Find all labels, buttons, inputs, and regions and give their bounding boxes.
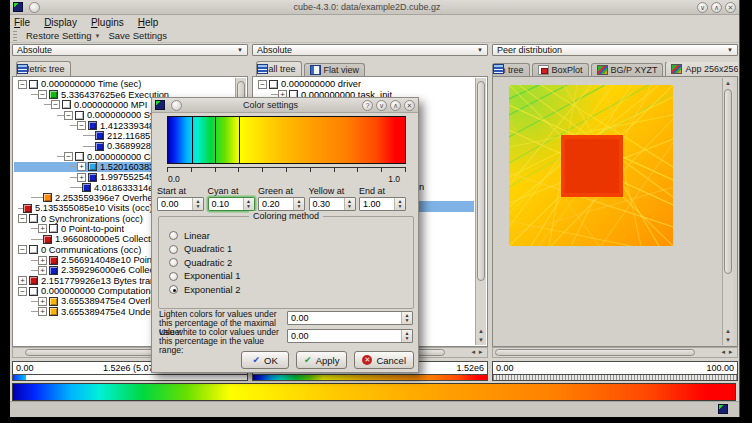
color-stop-spinbox[interactable]: 1.00▲▼ <box>359 197 406 211</box>
global-color-legend <box>12 383 736 401</box>
radio-icon[interactable] <box>169 258 178 267</box>
expander-icon[interactable]: + <box>38 307 47 316</box>
call-mode-select[interactable]: Absolute ▼ <box>252 44 488 56</box>
expander-icon[interactable]: − <box>18 287 27 296</box>
expander-icon[interactable]: + <box>18 276 27 285</box>
minimize-icon[interactable]: ∨ <box>697 2 708 13</box>
window-menu-button[interactable] <box>29 2 40 13</box>
scrollbar-arrows[interactable]: ◄ ► <box>718 348 736 357</box>
expander-icon[interactable]: − <box>18 245 27 254</box>
expander-icon[interactable]: − <box>38 90 47 99</box>
metric-tree-label: 0.000000000 Time (sec) <box>41 79 141 89</box>
expander-icon[interactable]: − <box>258 80 267 89</box>
toolbar-handle[interactable] <box>13 31 17 41</box>
close-icon[interactable]: ✕ <box>725 2 736 13</box>
expander-icon[interactable]: − <box>18 214 27 223</box>
tab-app-256x256[interactable]: App 256x256 <box>665 62 738 76</box>
radio-quadratic-1[interactable]: Quadratic 1 <box>169 243 409 257</box>
scrollbar-thumb[interactable] <box>25 349 165 356</box>
metric-mode-select[interactable]: Absolute ▼ <box>12 44 248 56</box>
radio-icon[interactable] <box>169 245 178 254</box>
expander-icon[interactable]: + <box>38 297 47 306</box>
gradient-marker-cyan[interactable] <box>192 117 193 163</box>
menu-bar: FileDisplayPluginsHelp <box>10 15 739 29</box>
menu-plugins[interactable]: Plugins <box>91 17 124 28</box>
severity-color-chip <box>49 224 58 233</box>
apply-button[interactable]: ✔Apply <box>296 351 347 369</box>
scrollbar-thumb[interactable] <box>477 81 485 281</box>
radio-icon[interactable] <box>169 272 178 281</box>
expander-icon[interactable]: + <box>38 266 47 275</box>
menu-help[interactable]: Help <box>138 17 159 28</box>
title-bar[interactable]: cube-4.3.0: data/example2D.cube.gz ∨ ∧ ✕ <box>10 0 739 15</box>
color-stop-value: 0.30 <box>310 199 344 209</box>
tab-bg-p-xyzt[interactable]: BG/P XYZT <box>591 63 664 76</box>
expander-icon[interactable]: − <box>64 111 73 120</box>
lighten-percentage-spinbox[interactable]: 0.00 ▲▼ <box>287 311 413 325</box>
ok-button[interactable]: ✔OK <box>241 351 289 369</box>
scrollbar-arrows[interactable]: ▲▼ <box>723 327 733 345</box>
maximize-icon[interactable]: ∧ <box>390 100 401 111</box>
call-vertical-scrollbar[interactable]: ▲▼ <box>475 78 486 345</box>
spinbox-arrows[interactable]: ▲▼ <box>394 198 405 210</box>
spinbox-arrows[interactable]: ▲▼ <box>293 198 304 210</box>
spinbox-arrows[interactable]: ▲▼ <box>401 312 412 324</box>
menu-display[interactable]: Display <box>44 17 77 28</box>
expander-icon[interactable]: + <box>38 256 47 265</box>
radio-quadratic-2[interactable]: Quadratic 2 <box>169 256 409 270</box>
system-vertical-scrollbar[interactable]: ▲ ▲▼ <box>722 78 733 345</box>
expander-icon[interactable]: − <box>77 121 86 130</box>
system-mode-select[interactable]: Peer distribution ▼ <box>492 44 738 56</box>
color-gradient-preview <box>167 116 406 164</box>
expander-icon[interactable]: + <box>38 224 47 233</box>
expander-icon[interactable]: + <box>77 162 86 171</box>
spinbox-arrows[interactable]: ▲▼ <box>243 198 254 210</box>
color-stop-spinbox[interactable]: 0.20▲▼ <box>258 197 305 211</box>
save-settings-button[interactable]: Save Settings <box>104 30 171 41</box>
color-stop-spinbox[interactable]: 0.30▲▼ <box>309 197 356 211</box>
radio-linear[interactable]: Linear <box>169 229 409 243</box>
spinbox-arrows[interactable]: ▲▼ <box>192 198 203 210</box>
application-window: cube-4.3.0: data/example2D.cube.gz ∨ ∧ ✕… <box>10 0 740 417</box>
tab-call-tree[interactable]: Call tree <box>256 61 302 76</box>
scrollbar-arrows[interactable]: ▲▼ <box>476 327 486 345</box>
menu-file[interactable]: File <box>14 17 30 28</box>
minimize-icon[interactable]: ∨ <box>376 100 387 111</box>
scrollbar-thumb[interactable] <box>495 349 695 356</box>
call-color-strip <box>253 374 487 380</box>
tab-boxplot[interactable]: BoxPlot <box>532 63 589 76</box>
dialog-menu-button[interactable] <box>171 100 182 111</box>
scrollbar-arrows[interactable]: ◄ ► <box>468 348 486 357</box>
cancel-button[interactable]: ✕Cancel <box>354 351 414 369</box>
spinbox-arrows[interactable]: ▲▼ <box>344 198 355 210</box>
call-tree-item[interactable]: −0.000000000 driver <box>254 79 474 89</box>
topology-heatmap[interactable] <box>509 85 673 246</box>
metric-tree-item[interactable]: −0.000000000 Time (sec) <box>14 79 234 89</box>
close-icon[interactable]: ✕ <box>404 100 415 111</box>
radio-exponential-1[interactable]: Exponential 1 <box>169 270 409 284</box>
help-icon[interactable]: ? <box>362 100 373 111</box>
system-horizontal-scrollbar[interactable]: ◄ ► <box>492 347 738 358</box>
dialog-title-bar[interactable]: Color settings ? ∨ ∧ ✕ <box>152 98 418 113</box>
restore-setting-button[interactable]: Restore Setting ▼ <box>22 30 104 41</box>
expander-icon[interactable]: − <box>51 100 60 109</box>
color-stop-green: Green at0.20▲▼ <box>258 186 305 211</box>
tab-m-tree[interactable]: m tree <box>492 63 530 76</box>
expander-icon[interactable]: + <box>77 173 86 182</box>
color-stop-spinbox[interactable]: 0.00▲▼ <box>157 197 204 211</box>
color-stop-spinbox[interactable]: 0.10▲▼ <box>208 197 255 211</box>
expander-icon[interactable]: − <box>18 80 27 89</box>
expander-icon[interactable]: − <box>64 152 73 161</box>
spinbox-arrows[interactable]: ▲▼ <box>401 330 412 342</box>
tab-flat-view[interactable]: Flat view <box>304 63 366 76</box>
radio-icon[interactable] <box>169 285 178 294</box>
gradient-marker-yellow[interactable] <box>239 117 240 163</box>
radio-exponential-2[interactable]: Exponential 2 <box>169 283 409 297</box>
radio-icon[interactable] <box>169 231 178 240</box>
scrollbar-arrow-up[interactable]: ▲ <box>723 79 733 88</box>
scrollbar-thumb[interactable] <box>724 89 732 274</box>
whiten-percentage-spinbox[interactable]: 0.00 ▲▼ <box>287 329 413 343</box>
gradient-marker-green[interactable] <box>215 117 216 163</box>
tab-metric-tree[interactable]: Metric tree <box>16 61 71 76</box>
maximize-icon[interactable]: ∧ <box>711 2 722 13</box>
